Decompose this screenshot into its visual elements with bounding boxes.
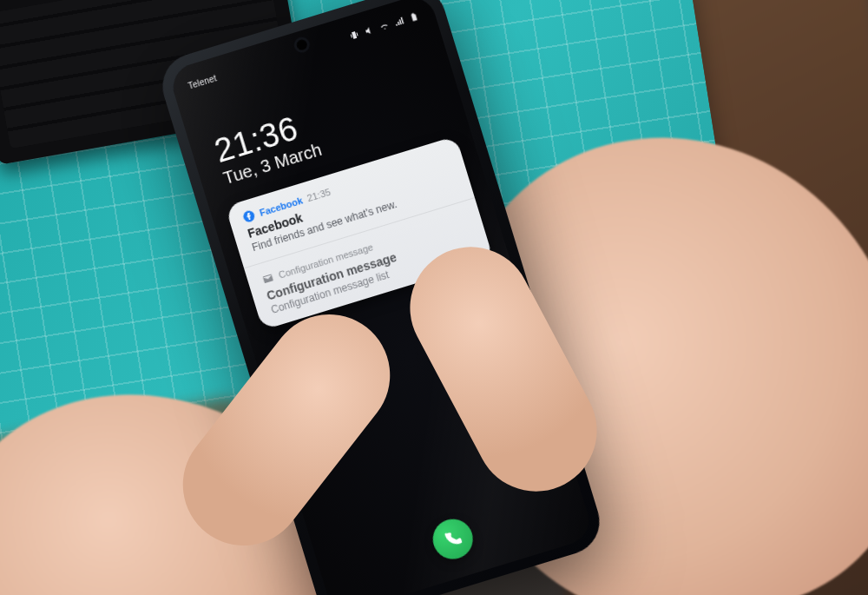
facebook-icon — [241, 208, 256, 223]
volume-icon — [363, 24, 376, 37]
dock — [428, 514, 477, 564]
phone-app-button[interactable] — [428, 514, 477, 564]
message-icon — [260, 271, 275, 286]
vibrate-icon — [348, 29, 361, 42]
signal-icon — [392, 15, 405, 28]
wifi-icon — [378, 19, 391, 32]
notification-time: 21:35 — [306, 187, 332, 204]
clock-block: 21:36 Tue, 3 March — [211, 107, 324, 188]
scene: Telenet 21:36 Tue, 3 March — [0, 0, 868, 595]
battery-icon — [408, 10, 421, 23]
phone-icon — [441, 527, 464, 551]
status-icons — [348, 10, 421, 42]
carrier-label: Telenet — [187, 73, 217, 90]
